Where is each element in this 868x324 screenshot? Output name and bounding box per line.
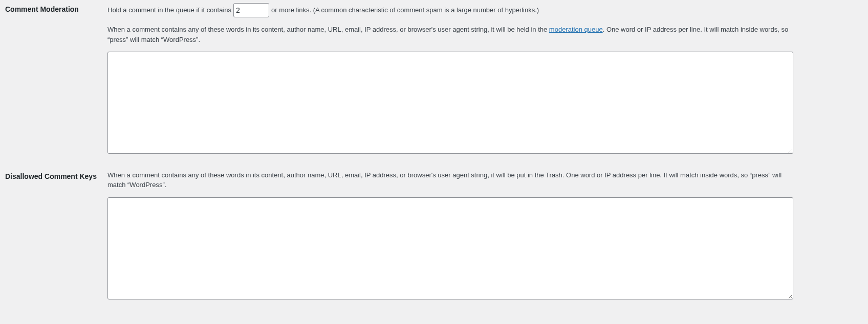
hold-text-post: or more links. (A common characteristic … [271,5,539,15]
disallowed-keys-textarea[interactable] [107,197,793,299]
moderation-links-setting: Hold a comment in the queue if it contai… [107,3,863,17]
moderation-keys-textarea[interactable] [107,52,793,154]
disallowed-keys-heading: Disallowed Comment Keys [0,167,102,313]
max-links-input[interactable] [233,3,269,17]
moderation-desc-pre: When a comment contains any of these wor… [107,26,549,33]
hold-text-pre: Hold a comment in the queue if it contai… [107,5,231,15]
moderation-description: When a comment contains any of these wor… [107,25,793,44]
disallowed-description: When a comment contains any of these wor… [107,170,793,190]
comment-moderation-cell: Hold a comment in the queue if it contai… [102,0,868,167]
moderation-queue-link[interactable]: moderation queue [549,26,603,33]
disallowed-keys-cell: When a comment contains any of these wor… [102,167,868,313]
settings-table: Comment Moderation Hold a comment in the… [0,0,868,312]
comment-moderation-row: Comment Moderation Hold a comment in the… [0,0,868,167]
comment-moderation-heading: Comment Moderation [0,0,102,167]
disallowed-keys-row: Disallowed Comment Keys When a comment c… [0,167,868,313]
